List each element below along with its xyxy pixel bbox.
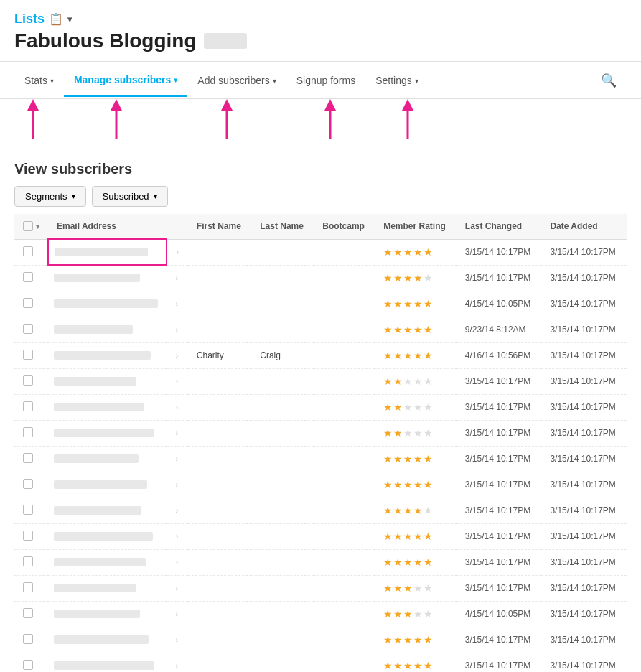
row-chevron-icon[interactable]: › — [175, 454, 178, 463]
svg-marker-3 — [111, 99, 122, 111]
cell-first-name — [188, 265, 251, 291]
settings-caret: ▾ — [415, 77, 418, 85]
cell-bootcamp — [314, 420, 375, 446]
row-checkbox[interactable] — [23, 608, 33, 618]
row-chevron-icon[interactable]: › — [176, 248, 179, 256]
row-chevron-icon[interactable]: › — [175, 429, 178, 437]
cell-first-name — [188, 523, 251, 549]
cell-date-added: 3/15/14 10:17PM — [541, 472, 627, 498]
cell-member-rating: ★★★★★ — [375, 394, 457, 420]
subscribers-table: ▾ Email Address First Name Last Name Boo… — [14, 214, 627, 672]
row-checkbox[interactable] — [23, 401, 33, 411]
row-checkbox[interactable] — [23, 375, 33, 386]
row-chevron-icon[interactable]: › — [175, 635, 178, 644]
stars-display: ★★★★★ — [383, 582, 434, 594]
row-checkbox[interactable] — [23, 479, 33, 489]
row-chevron-icon[interactable]: › — [175, 351, 178, 360]
row-chevron-icon[interactable]: › — [175, 506, 178, 515]
row-checkbox[interactable] — [23, 556, 33, 566]
th-bootcamp: Bootcamp — [314, 214, 375, 239]
row-checkbox[interactable] — [23, 505, 33, 515]
cell-bootcamp — [314, 498, 375, 523]
cell-date-added: 3/15/14 10:17PM — [541, 653, 627, 672]
row-checkbox[interactable] — [23, 324, 33, 334]
row-chevron-icon[interactable]: › — [175, 584, 178, 592]
table-row: › Charity Craig ★★★★★ 4/16/14 10:56PM 3/… — [14, 342, 627, 368]
cell-last-changed: 4/16/14 10:56PM — [457, 342, 542, 368]
row-chevron-icon[interactable]: › — [175, 480, 178, 489]
cell-last-changed: 3/15/14 10:17PM — [457, 446, 542, 472]
row-checkbox[interactable] — [23, 531, 33, 541]
table-row: › ★★★★★ 4/15/14 10:05PM 3/15/14 10:17PM — [14, 601, 627, 627]
row-chevron-icon[interactable]: › — [175, 299, 178, 308]
cell-chevron: › — [167, 498, 187, 523]
star-filled-icon: ★ — [383, 324, 393, 335]
cell-email — [48, 653, 167, 672]
row-chevron-icon[interactable]: › — [175, 661, 178, 670]
row-checkbox[interactable] — [23, 660, 33, 670]
email-blur — [54, 299, 158, 308]
star-filled-icon: ★ — [403, 298, 413, 309]
nav-settings-label: Settings — [375, 75, 412, 86]
star-filled-icon: ★ — [413, 531, 424, 542]
cell-checkbox — [14, 601, 48, 627]
cell-last-changed: 3/15/14 10:17PM — [457, 420, 542, 446]
header-dropdown-caret[interactable]: ▾ — [36, 223, 39, 230]
cell-email — [48, 317, 167, 342]
cell-first-name — [188, 601, 251, 627]
cell-checkbox — [14, 394, 48, 420]
star-filled-icon: ★ — [413, 350, 424, 361]
row-checkbox[interactable] — [23, 272, 33, 282]
nav-item-signup[interactable]: Signup forms — [286, 65, 365, 96]
star-filled-icon: ★ — [393, 375, 403, 387]
row-chevron-icon[interactable]: › — [175, 558, 178, 566]
stars-display: ★★★★★ — [383, 479, 434, 490]
cell-email — [48, 394, 167, 420]
row-checkbox[interactable] — [23, 298, 33, 308]
lists-link[interactable]: Lists 📋 ▾ — [14, 11, 72, 27]
nav-item-manage[interactable]: Manage subscribers ▾ — [64, 64, 187, 97]
nav-item-stats[interactable]: Stats ▾ — [14, 65, 64, 96]
cell-date-added: 3/15/14 10:17PM — [541, 342, 627, 368]
th-first-name: First Name — [188, 214, 251, 239]
row-checkbox[interactable] — [23, 634, 33, 644]
nav-item-add[interactable]: Add subscribers ▾ — [187, 65, 286, 96]
page-header: Lists 📋 ▾ Fabulous Blogging — [0, 0, 641, 62]
row-chevron-icon[interactable]: › — [175, 325, 178, 334]
row-chevron-icon[interactable]: › — [175, 403, 178, 411]
row-chevron-icon[interactable]: › — [175, 377, 178, 386]
row-chevron-icon[interactable]: › — [175, 532, 178, 541]
row-checkbox[interactable] — [23, 582, 33, 592]
cell-date-added: 3/15/14 10:17PM — [541, 549, 627, 575]
cell-email — [48, 420, 167, 446]
row-checkbox[interactable] — [23, 350, 33, 360]
email-blur — [54, 610, 140, 618]
cell-last-name — [251, 291, 314, 317]
star-empty-icon: ★ — [424, 375, 434, 387]
header-checkbox[interactable] — [23, 221, 33, 231]
star-filled-icon: ★ — [403, 479, 413, 490]
star-filled-icon: ★ — [383, 505, 393, 516]
star-filled-icon: ★ — [413, 324, 424, 335]
cell-email — [48, 601, 167, 627]
subscribed-filter[interactable]: Subscribed ▾ — [92, 186, 168, 207]
cell-member-rating: ★★★★★ — [375, 317, 457, 342]
star-filled-icon: ★ — [383, 660, 393, 671]
row-chevron-icon[interactable]: › — [175, 274, 178, 282]
row-checkbox[interactable] — [23, 246, 33, 256]
star-empty-icon: ★ — [424, 427, 434, 439]
segments-filter[interactable]: Segments ▾ — [14, 186, 86, 207]
stars-display: ★★★★★ — [383, 556, 434, 568]
stars-display: ★★★★★ — [383, 660, 434, 671]
row-chevron-icon[interactable]: › — [175, 610, 178, 618]
star-filled-icon: ★ — [383, 272, 393, 284]
cell-date-added: 3/15/14 10:17PM — [541, 317, 627, 342]
search-icon[interactable]: 🔍 — [591, 62, 627, 98]
cell-email — [48, 239, 167, 265]
star-filled-icon: ★ — [393, 556, 403, 568]
row-checkbox[interactable] — [23, 427, 33, 437]
cell-first-name — [188, 420, 251, 446]
arrow-add — [217, 99, 237, 142]
row-checkbox[interactable] — [23, 453, 33, 463]
nav-item-settings[interactable]: Settings ▾ — [365, 65, 429, 96]
